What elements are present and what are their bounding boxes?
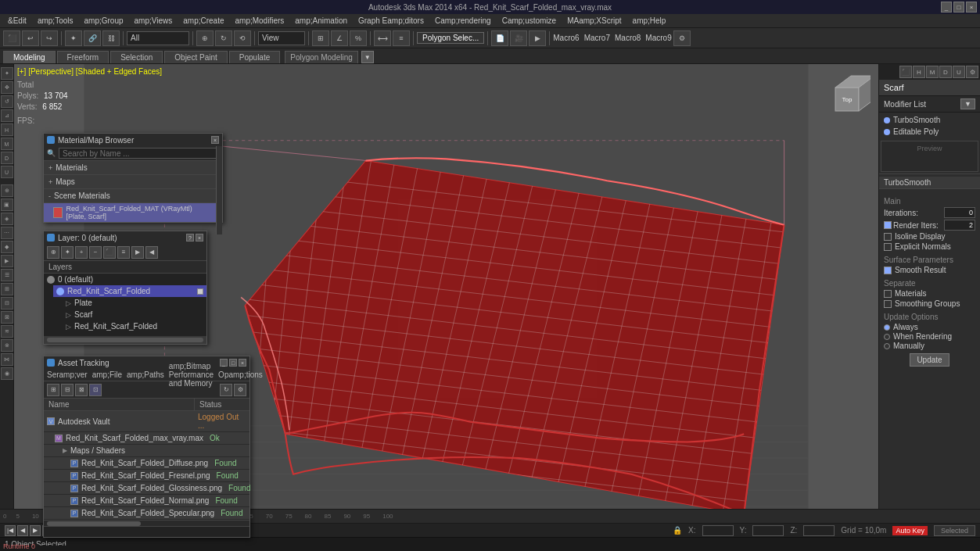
iterations-input[interactable] [944,207,975,218]
named-selection[interactable]: Polygon Selec... [417,32,484,44]
tb-select-btn[interactable]: ✦ [65,30,82,46]
asset-row-maps-folder[interactable]: ▶ Maps / Shaders [44,445,249,457]
asset-tracking-close[interactable]: × [239,359,246,367]
sidebar-display-icon[interactable]: D [1,152,13,164]
sidebar-icon-12[interactable]: ⋯ [1,227,13,239]
rp-icon-4[interactable]: D [939,66,952,78]
modifier-dropdown[interactable]: ▼ [960,98,975,109]
tb-quick-render-btn[interactable]: ▶ [529,30,546,46]
menu-rendering[interactable]: Camp;rendering [430,16,496,26]
sidebar-icon-16[interactable]: ⊞ [1,283,13,295]
sidebar-scale-icon[interactable]: ⊿ [1,109,13,122]
layer-btn-7[interactable]: ▶ [131,246,144,259]
asset-row-specular[interactable]: P Red_Knit_Scarf_Folded_Specular.png Fou… [44,507,249,520]
render-iters-checkbox[interactable] [884,221,892,229]
modifier-turbosmooth[interactable]: TurboSmooth [881,114,978,126]
tb-move-btn[interactable]: ⊕ [196,30,214,46]
tb-settings-btn[interactable]: ⚙ [673,30,691,46]
rp-icon-1[interactable]: ⬛ [899,66,912,78]
menu-graph-editors[interactable]: Graph Eamp;ditors [354,16,429,26]
sidebar-select-icon[interactable]: ✦ [1,67,13,80]
mode-expand-btn[interactable]: ▼ [361,51,374,63]
sidebar-icon-19[interactable]: ≋ [1,325,13,338]
tb-link-btn[interactable]: 🔗 [84,30,101,46]
asset-menu-bitmap[interactable]: amp;Bitmap Performance and Memory [169,362,214,388]
layer-manager-titlebar[interactable]: Layer: 0 (default) ? × [44,231,206,244]
materials-checkbox[interactable] [884,290,892,298]
asset-tb-btn-refresh[interactable]: ↻ [220,384,232,396]
asset-row-normal[interactable]: P Red_Knit_Scarf_Folded_Normal.png Found [44,495,249,507]
selected-mode-dropdown[interactable]: Selected [934,525,975,536]
layer-btn-4[interactable]: − [89,246,102,259]
sidebar-utilities-icon[interactable]: U [1,166,13,178]
asset-tb-btn-2[interactable]: ⊟ [61,384,74,396]
tab-selection[interactable]: Selection [110,51,163,63]
scene-materials-section[interactable]: - Scene Materials [44,189,222,203]
material-browser-close[interactable]: × [211,136,219,144]
tab-freeform[interactable]: Freeform [57,51,109,63]
always-radio[interactable] [884,324,890,331]
sidebar-icon-20[interactable]: ⊗ [1,339,13,352]
isoline-checkbox[interactable] [884,233,892,241]
sidebar-icon-22[interactable]: ◉ [1,367,13,380]
asset-tracking-titlebar[interactable]: Asset Tracking _ □ × [44,356,249,369]
layer-btn-8[interactable]: ◀ [145,246,158,259]
navigation-cube[interactable]: Top [824,72,871,119]
sidebar-icon-21[interactable]: ⋈ [1,353,13,366]
sidebar-hierarchy-icon[interactable]: H [1,123,13,136]
tb-scale-btn[interactable]: ⟲ [234,30,251,46]
tb-icon-2[interactable]: ↩ [22,30,39,46]
first-frame-btn[interactable]: |◀ [5,525,16,536]
tb-angle-snap-btn[interactable]: ∠ [331,30,348,46]
render-iters-input[interactable] [944,220,975,231]
layer-item-scarf[interactable]: ▷ Scarf [63,309,206,320]
menu-help[interactable]: amp;Help [628,16,671,26]
view-input[interactable] [258,31,305,45]
sidebar-icon-11[interactable]: ◈ [1,213,13,225]
asset-menu-server[interactable]: Seramp;ver [47,370,88,379]
layer-btn-1[interactable]: ⊕ [47,246,59,259]
tab-populate[interactable]: Populate [229,51,280,63]
asset-row-max-file[interactable]: M Red_Knit_Scarf_Folded_max_vray.max Ok [44,432,249,445]
filter-input[interactable] [127,31,189,45]
tb-percent-snap-btn[interactable]: % [350,30,367,46]
layer-item-default[interactable]: 0 (default) [44,274,206,285]
tb-unlink-btn[interactable]: ⛓ [102,30,120,46]
tb-render-btn[interactable]: 🎥 [510,30,527,46]
maps-section[interactable]: + Maps [44,175,222,189]
tb-mirror-btn[interactable]: ⟷ [374,30,391,46]
sidebar-motion-icon[interactable]: M [1,138,13,150]
asset-row-diffuse[interactable]: P Red_Knit_Scarf_Folded_Diffuse.png Foun… [44,457,249,470]
menu-maxscript[interactable]: MAamp;XScript [562,16,626,26]
menu-customize[interactable]: Camp;ustomize [497,16,561,26]
layer-btn-6[interactable]: ≡ [117,246,130,259]
rp-icon-2[interactable]: H [913,66,925,78]
menu-modifiers[interactable]: amp;Modifiers [231,16,289,26]
layer-manager-close[interactable]: × [196,234,203,242]
asset-tracking-minimize[interactable]: _ [220,359,228,367]
asset-menu-paths[interactable]: amp;Paths [127,370,164,379]
sidebar-icon-18[interactable]: ⊠ [1,311,13,324]
y-coord-input[interactable] [752,525,784,536]
asset-tb-btn-3[interactable]: ⊠ [75,384,88,396]
asset-row-fresnel[interactable]: P Red_Knit_Scarf_Folded_Fresnel.png Foun… [44,470,249,482]
prev-frame-btn[interactable]: ◀ [17,525,28,536]
tb-icon-1[interactable]: ⬛ [3,30,20,46]
asset-menu-options[interactable]: Opamp;tions [218,370,263,379]
sidebar-icon-9[interactable]: ⊕ [1,184,13,197]
menu-group[interactable]: amp;Group [79,16,127,26]
layer-scrollbar[interactable] [47,338,203,342]
asset-tb-btn-settings[interactable]: ⚙ [234,384,246,396]
sidebar-icon-17[interactable]: ⊟ [1,297,13,309]
material-item-red-knit[interactable]: Red_Knit_Scarf_Folded_MAT (VRayMtl) [Pla… [44,203,222,222]
sidebar-move-icon[interactable]: ✥ [1,81,13,94]
asset-tb-btn-1[interactable]: ⊞ [47,384,59,396]
tb-snap-btn[interactable]: ⊞ [312,30,329,46]
asset-menu-file[interactable]: amp;File [92,370,122,379]
update-button[interactable]: Update [910,353,949,367]
when-rendering-radio[interactable] [884,334,890,340]
manually-radio[interactable] [884,343,890,349]
turbosmooth-rollout[interactable]: TurboSmooth [879,177,980,189]
rp-icon-3[interactable]: M [926,66,939,78]
menu-views[interactable]: amp;Views [130,16,178,26]
